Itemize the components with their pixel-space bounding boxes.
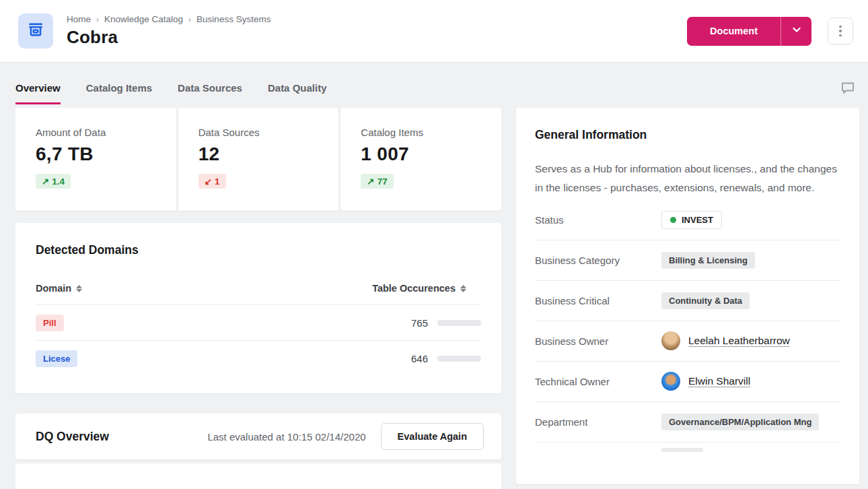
general-information-card: General Information Serves as a Hub for … <box>516 108 859 484</box>
avatar <box>661 331 680 350</box>
tag-badge <box>661 448 703 452</box>
comment-icon <box>840 86 855 97</box>
more-actions-button[interactable] <box>828 18 853 44</box>
status-badge: INVEST <box>661 211 722 229</box>
page-header: Home › Knowledge Catalog › Business Syst… <box>0 0 868 63</box>
page-title: Cobra <box>67 27 687 48</box>
comments-button[interactable] <box>840 82 855 98</box>
info-row-clipped <box>535 443 840 452</box>
dq-overview-title: DQ Overview <box>36 430 109 444</box>
entity-description: Serves as a Hub for information about li… <box>535 160 840 200</box>
kebab-menu-icon <box>839 26 842 37</box>
sort-icon <box>76 285 82 292</box>
detected-domains-title: Detected Domains <box>36 243 481 257</box>
tab-data-quality[interactable]: Data Quality <box>268 82 327 104</box>
domain-badge[interactable]: Licese <box>36 350 77 367</box>
domains-table-header: Domain Table Occurences <box>36 283 481 305</box>
trend-up-icon: ↗ <box>367 176 374 187</box>
detected-domains-card: Detected Domains Domain Table Occurences <box>15 223 501 393</box>
evaluate-again-button[interactable]: Evaluate Again <box>381 423 484 450</box>
entity-icon-tile <box>18 13 53 48</box>
breadcrumb-separator-icon: › <box>188 15 191 24</box>
trend-badge: ↗ 1.4 <box>36 174 71 189</box>
archive-icon <box>27 21 44 41</box>
info-row-technical-owner: Technical Owner Elwin Sharvill <box>535 362 840 402</box>
stat-card-amount-of-data: Amount of Data 6,7 TB ↗ 1.4 <box>15 108 176 211</box>
stat-value: 6,7 TB <box>36 143 156 165</box>
stat-value: 1 007 <box>361 143 481 165</box>
last-evaluated-text: Last evaluated at 10:15 02/14/2020 <box>207 431 365 443</box>
field-label: Status <box>535 214 661 226</box>
field-label: Business Owner <box>535 335 661 347</box>
sort-icon <box>460 285 466 292</box>
table-row[interactable]: Pill 765 <box>36 305 481 341</box>
tab-catalog-items[interactable]: Catalog Items <box>86 82 152 104</box>
tab-overview[interactable]: Overview <box>15 82 61 104</box>
info-row-department: Department Governance/BPM/Application Mn… <box>535 402 840 443</box>
trend-value: 1 <box>215 176 220 187</box>
stat-cards: Amount of Data 6,7 TB ↗ 1.4 Data Sources… <box>15 108 501 211</box>
info-row-business-category: Business Category Billing & Licensing <box>535 240 840 281</box>
occurrence-bar <box>437 356 481 362</box>
technical-owner-link[interactable]: Elwin Sharvill <box>688 375 750 387</box>
breadcrumb-knowledge-catalog[interactable]: Knowledge Catalog <box>104 14 183 24</box>
stat-label: Catalog Items <box>361 127 481 138</box>
trend-badge: ↗ 77 <box>361 174 393 189</box>
dq-details-card <box>15 463 501 489</box>
table-row[interactable]: Licese 646 <box>36 341 481 377</box>
tag-badge[interactable]: Governance/BPM/Application Mng <box>661 414 819 430</box>
trend-down-icon: ↙ <box>205 176 212 187</box>
general-information-title: General Information <box>535 128 840 142</box>
trend-up-icon: ↗ <box>42 176 49 187</box>
column-header-table-occurrences[interactable]: Table Occurences <box>372 283 466 294</box>
stat-label: Amount of Data <box>36 127 156 138</box>
trend-badge: ↙ 1 <box>198 174 226 189</box>
tab-data-sources[interactable]: Data Sources <box>178 82 242 104</box>
avatar <box>661 372 680 391</box>
tab-bar: Overview Catalog Items Data Sources Data… <box>15 63 859 108</box>
field-label: Business Critical <box>535 295 661 306</box>
business-owner-link[interactable]: Leelah Leatherbarrow <box>688 335 790 347</box>
info-row-business-owner: Business Owner Leelah Leatherbarrow <box>535 321 840 362</box>
info-row-status: Status INVEST <box>535 200 840 240</box>
field-label: Technical Owner <box>535 376 661 387</box>
stat-label: Data Sources <box>198 127 319 138</box>
occurrence-count: 646 <box>411 353 428 364</box>
breadcrumb-separator-icon: › <box>96 15 99 24</box>
chevron-down-icon <box>791 24 802 38</box>
occurrence-count: 765 <box>411 317 428 329</box>
trend-value: 77 <box>377 176 388 187</box>
domain-badge[interactable]: Pill <box>36 315 64 331</box>
tag-badge[interactable]: Billing & Licensing <box>661 252 755 269</box>
field-label: Department <box>535 416 661 428</box>
breadcrumb: Home › Knowledge Catalog › Business Syst… <box>67 14 687 24</box>
stat-card-data-sources: Data Sources 12 ↙ 1 <box>178 108 339 211</box>
status-dot-icon <box>670 217 676 223</box>
document-dropdown-button[interactable] <box>781 17 811 46</box>
field-label: Business Category <box>535 255 661 266</box>
dq-overview-card: DQ Overview Last evaluated at 10:15 02/1… <box>15 414 501 459</box>
stat-value: 12 <box>198 143 319 165</box>
stat-card-catalog-items: Catalog Items 1 007 ↗ 77 <box>340 108 501 211</box>
breadcrumb-business-systems[interactable]: Business Systems <box>196 14 270 24</box>
trend-value: 1.4 <box>52 176 65 187</box>
occurrence-bar <box>437 320 481 326</box>
info-row-business-critical: Business Critical Continuity & Data <box>535 281 840 321</box>
column-header-domain[interactable]: Domain <box>36 283 82 294</box>
document-button[interactable]: Document <box>687 17 781 46</box>
breadcrumb-home[interactable]: Home <box>67 14 91 24</box>
tag-badge[interactable]: Continuity & Data <box>661 292 750 309</box>
document-split-button: Document <box>687 17 811 46</box>
